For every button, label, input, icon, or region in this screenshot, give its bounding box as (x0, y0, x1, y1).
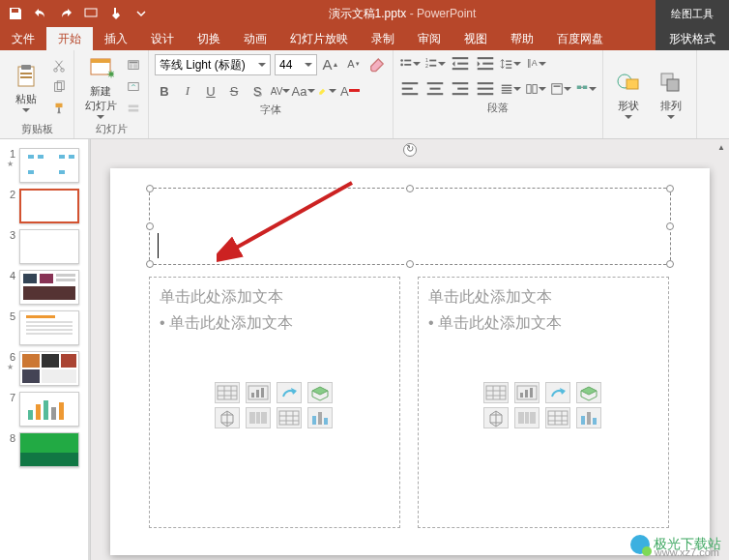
resize-handle[interactable] (666, 260, 674, 268)
columns-icon[interactable] (525, 79, 546, 99)
shadow-button[interactable]: S (248, 81, 267, 101)
slideshow-start-icon[interactable] (83, 6, 99, 21)
tab-home[interactable]: 开始 (46, 27, 93, 50)
align-center-icon[interactable] (424, 79, 446, 99)
tab-baidu[interactable]: 百度网盘 (545, 27, 615, 50)
insert-chart-icon[interactable] (514, 382, 539, 403)
cut-icon[interactable] (50, 57, 68, 74)
resize-handle[interactable] (146, 260, 154, 268)
slide-canvas[interactable]: 单击此处添加文本 • 单击此处添加文本 单击此处添加文本 • 单击此处添加文本 (110, 168, 710, 555)
shrink-font-icon[interactable]: A▼ (344, 54, 364, 74)
touch-mode-icon[interactable] (108, 6, 124, 21)
tab-design[interactable]: 设计 (139, 27, 186, 50)
content-placeholder-left[interactable]: 单击此处添加文本 • 单击此处添加文本 (149, 277, 400, 528)
redo-icon[interactable] (58, 6, 73, 21)
resize-handle[interactable] (406, 185, 414, 192)
watermark-logo-icon (630, 535, 650, 554)
qat-customize-icon[interactable] (133, 6, 149, 21)
insert-picture-icon[interactable] (483, 407, 509, 428)
highlight-icon[interactable] (317, 81, 336, 101)
insert-3d-icon[interactable] (307, 382, 333, 403)
insert-3d-icon[interactable] (576, 382, 601, 403)
shapes-button[interactable]: 形状 (609, 70, 648, 119)
placeholder-header: 单击此处添加文本 (160, 287, 390, 308)
insert-smartart-icon[interactable] (277, 382, 302, 403)
tab-animations[interactable]: 动画 (232, 27, 278, 50)
tab-shape-format[interactable]: 形状格式 (656, 27, 729, 50)
clear-format-icon[interactable] (367, 54, 387, 74)
font-color-icon[interactable]: A (340, 81, 360, 101)
line-spacing-icon[interactable] (500, 54, 521, 74)
insert-icon-icon[interactable] (576, 407, 601, 428)
italic-button[interactable]: I (178, 81, 197, 101)
change-case-icon[interactable]: Aa (294, 81, 313, 101)
section-icon[interactable] (125, 100, 142, 117)
scroll-up-icon[interactable]: ▲ (715, 141, 727, 153)
insert-table-icon[interactable] (215, 382, 240, 403)
resize-handle[interactable] (666, 222, 674, 230)
new-slide-button[interactable]: ✷ 新建 幻灯片 (80, 55, 121, 119)
underline-button[interactable]: U (201, 81, 220, 101)
tab-file[interactable]: 文件 (0, 27, 46, 50)
rotation-handle[interactable] (403, 143, 417, 157)
smartart-icon[interactable] (575, 79, 597, 99)
insert-icon-icon[interactable] (307, 407, 333, 428)
grow-font-icon[interactable]: A▲ (321, 54, 340, 74)
format-painter-icon[interactable] (50, 100, 68, 117)
slide-thumbnail-panel[interactable]: 1★ 2 3 4 5 6★ 7 8 (0, 139, 91, 560)
tab-help[interactable]: 帮助 (499, 27, 545, 50)
thumb-8[interactable]: 8 (0, 429, 90, 470)
resize-handle[interactable] (406, 260, 414, 268)
slide-editor[interactable]: 单击此处添加文本 • 单击此处添加文本 单击此处添加文本 • 单击此处添加文本 (91, 139, 729, 560)
thumb-3[interactable]: 3 (0, 226, 90, 267)
strike-button[interactable]: S (224, 81, 244, 101)
align-right-icon[interactable] (450, 79, 471, 99)
svg-rect-25 (429, 60, 436, 62)
thumb-2[interactable]: 2 (0, 186, 90, 226)
insert-table-icon[interactable] (483, 382, 509, 403)
resize-handle[interactable] (146, 185, 154, 192)
increase-indent-icon[interactable] (475, 54, 496, 74)
char-spacing-icon[interactable]: AV (271, 81, 290, 101)
tab-record[interactable]: 录制 (360, 27, 406, 50)
justify-icon[interactable] (475, 79, 496, 99)
save-icon[interactable] (8, 6, 23, 21)
tab-slideshow[interactable]: 幻灯片放映 (278, 27, 360, 50)
resize-handle[interactable] (666, 185, 674, 192)
thumb-1[interactable]: 1★ (0, 145, 90, 186)
align-left-icon[interactable] (399, 79, 421, 99)
tab-transitions[interactable]: 切换 (186, 27, 232, 50)
insert-video-icon[interactable] (545, 407, 570, 428)
tab-insert[interactable]: 插入 (93, 27, 139, 50)
bullets-icon[interactable] (399, 54, 421, 74)
insert-video-icon[interactable] (277, 407, 302, 428)
align-text-icon[interactable] (550, 79, 571, 99)
insert-online-picture-icon[interactable] (246, 407, 271, 428)
copy-icon[interactable] (50, 78, 68, 96)
thumb-7[interactable]: 7 (0, 389, 90, 429)
font-size-select[interactable]: 44 (275, 54, 317, 75)
distribute-icon[interactable] (500, 79, 521, 99)
insert-online-picture-icon[interactable] (514, 407, 539, 428)
content-placeholder-right[interactable]: 单击此处添加文本 • 单击此处添加文本 (418, 277, 669, 528)
resize-handle[interactable] (146, 222, 154, 230)
insert-picture-icon[interactable] (215, 407, 240, 428)
insert-smartart-icon[interactable] (545, 382, 570, 403)
tab-review[interactable]: 审阅 (406, 27, 452, 50)
undo-icon[interactable] (33, 6, 48, 21)
decrease-indent-icon[interactable] (450, 54, 471, 74)
layout-icon[interactable] (125, 57, 142, 74)
thumb-5[interactable]: 5 (0, 308, 90, 348)
arrange-button[interactable]: 排列 (652, 70, 690, 119)
tab-view[interactable]: 视图 (452, 27, 499, 50)
font-name-select[interactable]: 等线 Light (标题) (155, 54, 271, 75)
paste-button[interactable]: 粘贴 (6, 63, 46, 112)
svg-rect-44 (452, 82, 469, 84)
numbering-icon[interactable]: 12 (424, 54, 446, 74)
reset-icon[interactable] (125, 78, 142, 96)
text-direction-icon[interactable]: ‖A (525, 54, 546, 74)
insert-chart-icon[interactable] (246, 382, 271, 403)
bold-button[interactable]: B (155, 81, 174, 101)
thumb-4[interactable]: 4 (0, 267, 90, 308)
thumb-6[interactable]: 6★ (0, 348, 90, 389)
